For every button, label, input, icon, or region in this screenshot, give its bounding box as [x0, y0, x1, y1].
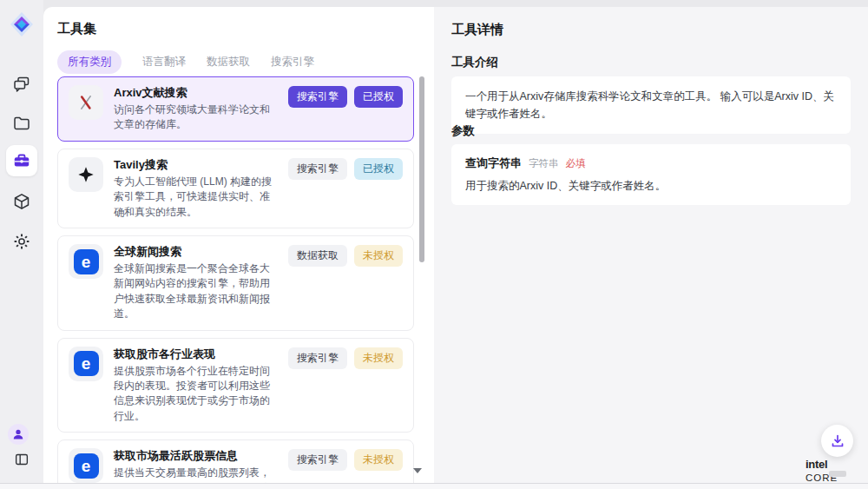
user-avatar[interactable]: [8, 424, 29, 445]
tool-detail-panel: 工具详情 工具介绍 一个用于从Arxiv存储库搜索科学论文和文章的工具。 输入可…: [434, 7, 868, 483]
detail-title: 工具详情: [451, 22, 503, 38]
arxiv-x-icon: [69, 85, 103, 120]
sidebar-item-files[interactable]: [12, 114, 31, 133]
sidebar-item-settings[interactable]: [12, 232, 31, 251]
app-logo: [9, 11, 35, 37]
tab-search-engine[interactable]: 搜索引擎: [271, 50, 314, 74]
intel-core-ultra-badge: [829, 471, 846, 477]
param-description: 用于搜索的Arxiv ID、关键字或作者姓名。: [465, 179, 837, 194]
param-type: 字符串: [529, 157, 559, 170]
tool-description: 提供当天交易量最高的股票列表，投资者可以利用这些信息来识别流动性强的股票和潜在的…: [114, 466, 278, 483]
toolbox-icon: [12, 151, 31, 170]
blue-e-icon: e: [69, 347, 103, 381]
chat-icon: [12, 75, 31, 94]
param-card: 查询字符串 字符串 必填 用于搜索的Arxiv ID、关键字或作者姓名。: [451, 144, 851, 205]
scrollbar-thumb[interactable]: [419, 76, 424, 262]
tool-name: 获取市场最活跃股票信息: [114, 449, 278, 463]
sidebar-item-toolbox[interactable]: [6, 145, 37, 176]
tool-card[interactable]: Arxiv文献搜索 访问各个研究领域大量科学论文和文章的存储库。 搜索引擎 已授…: [57, 76, 414, 142]
tool-auth-badge: 已授权: [354, 158, 403, 180]
tool-auth-badge: 未授权: [354, 347, 403, 369]
tool-auth-badge: 已授权: [354, 86, 403, 108]
user-icon: [11, 427, 25, 441]
param-required-badge: 必填: [566, 157, 586, 170]
scrollbar-down-arrow[interactable]: [413, 468, 422, 473]
tool-card[interactable]: e 获取股市各行业表现 提供股票市场各个行业在特定时间段内的表现。投资者可以利用…: [57, 338, 414, 433]
intro-card: 一个用于从Arxiv存储库搜索科学论文和文章的工具。 输入可以是Arxiv ID…: [451, 76, 851, 134]
collapse-sidebar-button[interactable]: [12, 450, 31, 469]
tab-data-acquisition[interactable]: 数据获取: [207, 50, 250, 74]
blue-e-icon: e: [69, 244, 103, 279]
tool-name: Arxiv文献搜索: [114, 86, 278, 100]
tool-category-badge: 数据获取: [288, 245, 347, 267]
tool-list: Arxiv文献搜索 访问各个研究领域大量科学论文和文章的存储库。 搜索引擎 已授…: [57, 76, 414, 483]
tool-category-badge: 搜索引擎: [288, 449, 347, 471]
tool-description: 专为人工智能代理 (LLM) 构建的搜索引擎工具，可快速提供实时、准确和真实的结…: [114, 175, 278, 220]
tool-card[interactable]: e 全球新闻搜索 全球新闻搜索是一个聚合全球各大新闻网站内容的搜索引擎，帮助用户…: [57, 235, 414, 331]
param-name: 查询字符串: [465, 155, 522, 171]
four-point-star-icon: [69, 157, 103, 192]
folder-icon: [12, 114, 31, 133]
window-bottom-edge: [0, 483, 868, 489]
tool-auth-badge: 未授权: [354, 449, 403, 471]
params-heading: 参数: [451, 123, 475, 139]
sidebar-item-models[interactable]: [12, 192, 31, 211]
tool-description: 访问各个研究领域大量科学论文和文章的存储库。: [114, 102, 278, 133]
gear-icon: [12, 232, 31, 251]
tool-category-badge: 搜索引擎: [288, 86, 347, 108]
tools-panel: 工具集 所有类别 语言翻译 数据获取 搜索引擎 Arxiv文献搜索 访问各个研究…: [43, 7, 434, 483]
intel-wordmark: intel: [806, 458, 827, 471]
cube-icon: [12, 192, 31, 211]
tool-name: 获取股市各行业表现: [114, 347, 278, 361]
intro-text: 一个用于从Arxiv存储库搜索科学论文和文章的工具。 输入可以是Arxiv ID…: [465, 90, 834, 120]
panel-toggle-icon: [13, 451, 30, 468]
tool-category-badge: 搜索引擎: [288, 347, 347, 369]
tool-category-badge: 搜索引擎: [288, 158, 347, 180]
download-icon: [829, 433, 846, 450]
tool-card[interactable]: e 获取市场最活跃股票信息 提供当天交易量最高的股票列表，投资者可以利用这些信息…: [57, 439, 414, 483]
page-title: 工具集: [57, 21, 96, 37]
tool-name: 全球新闻搜索: [114, 245, 278, 259]
tab-all-categories[interactable]: 所有类别: [57, 50, 122, 74]
blue-e-icon: e: [69, 448, 103, 483]
category-tabs: 所有类别 语言翻译 数据获取 搜索引擎: [57, 50, 314, 74]
tool-card[interactable]: Tavily搜索 专为人工智能代理 (LLM) 构建的搜索引擎工具，可快速提供实…: [57, 149, 414, 228]
tool-auth-badge: 未授权: [354, 245, 403, 267]
tool-description: 全球新闻搜索是一个聚合全球各大新闻网站内容的搜索引擎，帮助用户快速获取全球最新资…: [114, 261, 278, 322]
left-sidebar: [0, 0, 43, 483]
intro-heading: 工具介绍: [451, 55, 498, 70]
tab-language-translation[interactable]: 语言翻译: [142, 50, 186, 74]
download-button[interactable]: [821, 425, 853, 457]
sidebar-item-chat[interactable]: [12, 75, 31, 94]
tool-name: Tavily搜索: [114, 158, 278, 172]
tool-description: 提供股票市场各个行业在特定时间段内的表现。投资者可以利用这些信息来识别表现优于或…: [114, 364, 278, 425]
